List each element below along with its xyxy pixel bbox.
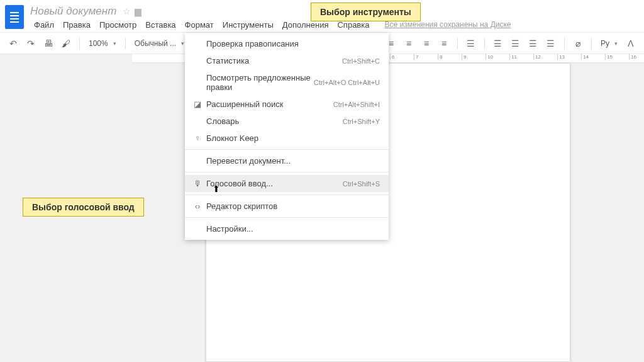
shortcut: Ctrl+Alt+O Ctrl+Alt+U (314, 79, 380, 86)
star-icon[interactable]: ☆ (123, 6, 131, 16)
menu-translate-label: Перевести документ... (204, 156, 380, 166)
menu-tools[interactable]: Инструменты (219, 19, 277, 31)
menu-statistics-label: Статистика (204, 56, 342, 65)
input-tools-select[interactable]: Py (598, 39, 620, 48)
menu-suggested-label: Посмотреть предложенные правки (204, 73, 314, 92)
clear-format-icon[interactable]: ⌀ (571, 37, 585, 50)
search-icon: ◪ (191, 99, 204, 109)
menu-keep-label: Блокнот Keep (204, 133, 380, 143)
undo-icon[interactable]: ↶ (6, 37, 20, 50)
line-spacing-icon[interactable]: ☰ (464, 37, 478, 50)
print-icon[interactable]: 🖶 (42, 37, 55, 50)
menu-settings[interactable]: Настройки... (185, 220, 389, 237)
shortcut: Ctrl+Shift+Y (343, 118, 380, 125)
callout-top: Выбор инструменты (311, 3, 421, 21)
microphone-icon: 🎙 (191, 179, 204, 188)
title-actions: ☆ ▆ (123, 6, 142, 16)
menu-keep[interactable]: ♀ Блокнот Keep (185, 130, 389, 147)
align-justify-icon[interactable]: ≡ (437, 37, 451, 50)
menu-settings-label: Настройки... (204, 224, 380, 234)
menu-format[interactable]: Формат (181, 19, 218, 31)
app-root: Новый документ ☆ ▆ Файл Правка Просмотр … (0, 0, 644, 362)
menu-spellcheck[interactable]: Проверка правописания (185, 35, 389, 52)
callout-left: Выбор голосовой ввод (23, 198, 144, 217)
menu-view[interactable]: Просмотр (96, 19, 140, 31)
menu-voice-typing[interactable]: 🎙 Голосовой ввод... Ctrl+Shift+S ⬆ (185, 175, 389, 192)
separator (185, 149, 389, 150)
indent-increase-icon[interactable]: ☰ (544, 37, 558, 50)
numbered-list-icon[interactable]: ☰ (491, 37, 505, 50)
lightbulb-icon: ♀ (191, 133, 204, 143)
separator (185, 172, 389, 173)
menu-search-label: Расширенный поиск (204, 99, 333, 109)
menu-suggested-edits[interactable]: Посмотреть предложенные правки Ctrl+Alt+… (185, 69, 389, 96)
shortcut: Ctrl+Alt+Shift+I (333, 101, 380, 108)
menu-dictionary[interactable]: Словарь Ctrl+Shift+Y (185, 113, 389, 130)
menu-dict-label: Словарь (204, 116, 343, 126)
menu-voice-label: Голосовой ввод... (204, 179, 343, 188)
menu-script-label: Редактор скриптов (204, 201, 380, 211)
docs-logo-icon[interactable] (5, 5, 24, 29)
menu-script-editor[interactable]: ‹› Редактор скриптов (185, 198, 389, 215)
menu-statistics[interactable]: Статистика Ctrl+Shift+C (185, 52, 389, 69)
zoom-select[interactable]: 100% (86, 39, 119, 48)
menu-spellcheck-label: Проверка правописания (204, 39, 380, 48)
align-center-icon[interactable]: ≡ (402, 37, 416, 50)
tools-dropdown: Проверка правописания Статистика Ctrl+Sh… (185, 33, 389, 240)
shortcut: Ctrl+Shift+S (343, 180, 380, 188)
menu-advanced-search[interactable]: ◪ Расширенный поиск Ctrl+Alt+Shift+I (185, 96, 389, 113)
menu-insert[interactable]: Вставка (142, 19, 179, 31)
bullet-list-icon[interactable]: ☰ (509, 37, 523, 50)
separator (185, 217, 389, 218)
document-title[interactable]: Новый документ (30, 5, 116, 18)
code-icon: ‹› (191, 201, 204, 211)
shortcut: Ctrl+Shift+C (342, 57, 380, 65)
menu-edit[interactable]: Правка (59, 19, 94, 31)
menu-file[interactable]: Файл (30, 19, 58, 31)
indent-decrease-icon[interactable]: ☰ (526, 37, 540, 50)
menu-translate[interactable]: Перевести документ... (185, 152, 389, 169)
folder-icon[interactable]: ▆ (135, 6, 142, 16)
style-select[interactable]: Обычный ... (132, 39, 187, 48)
redo-icon[interactable]: ↷ (24, 37, 38, 50)
separator (185, 195, 389, 195)
chevron-up-icon[interactable]: ᐱ (624, 37, 638, 50)
paint-format-icon[interactable]: 🖌 (59, 37, 73, 50)
align-right-icon[interactable]: ≡ (419, 37, 433, 50)
